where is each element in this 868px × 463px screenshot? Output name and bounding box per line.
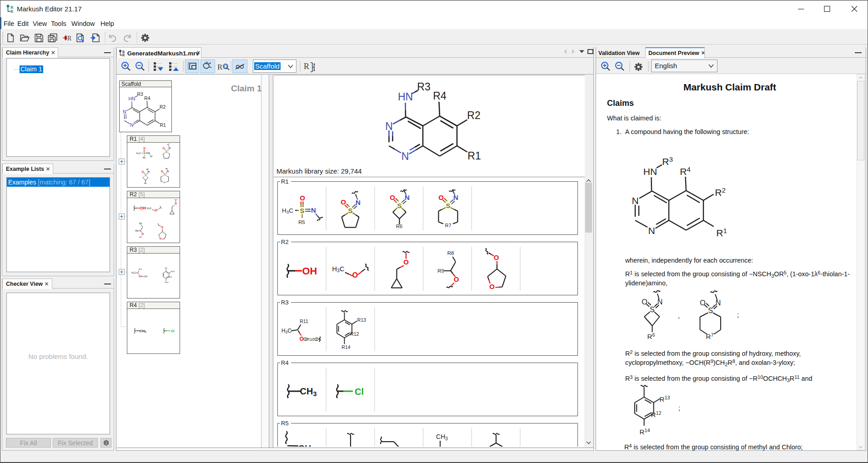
svg-text:R4: R4 xyxy=(281,359,289,366)
svg-text:R: R xyxy=(67,35,72,42)
svg-text:R2: R2 xyxy=(281,239,289,245)
svg-text:R: R xyxy=(122,53,125,57)
svg-text:R: R xyxy=(10,9,14,13)
svg-text:R1: R1 xyxy=(281,178,289,185)
svg-text:i: i xyxy=(105,441,107,445)
svg-text:Q: Q xyxy=(224,64,228,69)
svg-text:R: R xyxy=(206,61,209,65)
svg-text:R5: R5 xyxy=(281,420,289,427)
svg-text:R3: R3 xyxy=(281,299,289,306)
